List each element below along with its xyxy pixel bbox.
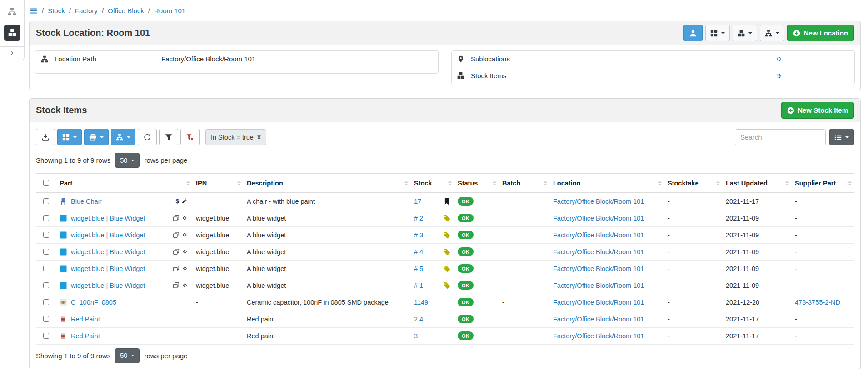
sidebar-locations-button[interactable]	[8, 4, 16, 21]
barcode-actions-button[interactable]	[57, 129, 82, 145]
filter-button[interactable]	[159, 129, 178, 145]
new-location-button[interactable]: New Location	[787, 25, 854, 41]
row-checkbox[interactable]	[43, 215, 49, 221]
stock-link[interactable]: # 3	[414, 231, 423, 239]
print-actions-button[interactable]	[84, 129, 109, 145]
breadcrumb-link[interactable]: Room 101	[154, 7, 185, 15]
breadcrumb-link[interactable]: Stock	[48, 7, 65, 15]
select-all-checkbox[interactable]	[43, 180, 49, 186]
menu-toggle-button[interactable]	[29, 7, 38, 14]
user-actions-button[interactable]	[683, 25, 703, 41]
column-header-ipn[interactable]: IPN	[192, 174, 243, 193]
part-link[interactable]: Blue Chair	[71, 198, 102, 205]
column-header-batch[interactable]: Batch	[499, 174, 549, 193]
export-button[interactable]	[36, 129, 55, 145]
location-link[interactable]: Factory/Office Block/Room 101	[553, 248, 644, 256]
location-cell: Factory/Office Block/Room 101	[549, 277, 664, 294]
location-link[interactable]: Factory/Office Block/Room 101	[553, 332, 644, 340]
sublocations-count: 0	[578, 55, 849, 63]
column-header-supplier-part[interactable]: Supplier Part	[791, 174, 854, 193]
location-link[interactable]: Factory/Office Block/Room 101	[553, 231, 644, 239]
breadcrumb-items: /Stock/Factory/Office Block/Room 101	[42, 7, 185, 15]
part-link[interactable]: widget.blue | Blue Widget	[71, 248, 145, 256]
table-row: widget.blue | Blue Widgetwidget.blueA bl…	[36, 243, 854, 260]
filter-icon	[165, 134, 172, 141]
column-header-stock[interactable]: Stock	[410, 174, 454, 193]
status-badge: OK	[458, 214, 474, 222]
new-stock-item-button[interactable]: New Stock Item	[781, 102, 854, 119]
part-link[interactable]: widget.blue | Blue Widget	[71, 231, 145, 239]
stock-link[interactable]: # 4	[414, 248, 423, 256]
breadcrumb-link[interactable]: Factory	[75, 7, 98, 15]
row-checkbox[interactable]	[43, 316, 49, 322]
stock-link[interactable]: # 5	[414, 265, 423, 272]
location-cell: Factory/Office Block/Room 101	[549, 193, 664, 210]
last-updated-cell: 2021-12-20	[722, 294, 791, 311]
refresh-button[interactable]	[138, 129, 157, 145]
wrench-icon	[182, 198, 188, 204]
stock-options-button[interactable]	[111, 129, 135, 145]
batch-cell	[499, 277, 549, 294]
location-link[interactable]: Factory/Office Block/Room 101	[553, 198, 644, 205]
location-link[interactable]: Factory/Office Block/Room 101	[553, 215, 644, 222]
location-link[interactable]: Factory/Office Block/Room 101	[553, 316, 644, 323]
stock-cell: 1149	[410, 294, 454, 311]
location-link[interactable]: Factory/Office Block/Room 101	[553, 282, 644, 289]
stock-link[interactable]: 3	[414, 332, 418, 340]
location-actions-button[interactable]	[760, 25, 784, 41]
column-header-part[interactable]: Part	[56, 174, 192, 193]
copy-icon	[173, 282, 179, 288]
location-link[interactable]: Factory/Office Block/Room 101	[553, 299, 644, 306]
sidebar-stock-button[interactable]	[4, 21, 20, 45]
column-header-status[interactable]: Status	[454, 174, 499, 193]
pagination-top: Showing 1 to 9 of 9 rows 50 rows per pag…	[30, 149, 860, 173]
breadcrumb-link[interactable]: Office Block	[108, 7, 144, 15]
description-cell: A blue widget	[243, 277, 410, 294]
row-checkbox[interactable]	[43, 299, 49, 305]
stock-link[interactable]: 2.4	[414, 316, 423, 323]
widget-thumbnail-icon	[60, 248, 67, 256]
row-checkbox[interactable]	[43, 232, 49, 238]
part-link[interactable]: widget.blue | Blue Widget	[71, 265, 145, 272]
filter-chip-remove-button[interactable]: x	[257, 134, 261, 140]
part-link[interactable]: widget.blue | Blue Widget	[71, 282, 145, 289]
column-header-description[interactable]: Description	[243, 174, 410, 193]
remove-filters-button[interactable]	[180, 129, 200, 145]
page-size-dropdown[interactable]: 50	[115, 348, 140, 363]
diamond-icon	[182, 249, 188, 255]
row-checkbox[interactable]	[43, 198, 49, 204]
row-checkbox[interactable]	[43, 249, 49, 255]
row-checkbox[interactable]	[43, 333, 49, 339]
table-row: C_100nF_0805-Ceramic capacitor, 100nF in…	[36, 294, 854, 311]
supplier-part-cell: -	[791, 243, 854, 260]
row-select-cell	[36, 210, 56, 226]
page-size-dropdown[interactable]: 50	[115, 153, 140, 168]
column-header-location[interactable]: Location	[549, 174, 664, 193]
column-header-last-updated[interactable]: Last Updated	[722, 174, 791, 193]
part-link[interactable]: Red Paint	[71, 332, 100, 340]
tag-icon	[443, 248, 450, 256]
sidebar-expand-button[interactable]	[0, 46, 24, 60]
search-input[interactable]	[735, 129, 826, 145]
table-view-toggle-button[interactable]	[829, 129, 854, 145]
location-link[interactable]: Factory/Office Block/Room 101	[553, 265, 644, 272]
row-checkbox[interactable]	[43, 282, 49, 288]
stock-link[interactable]: # 1	[414, 282, 423, 289]
stock-actions-button[interactable]	[733, 25, 757, 41]
column-header-stocktake[interactable]: Stocktake	[664, 174, 722, 193]
stock-link[interactable]: 17	[414, 198, 421, 205]
rows-per-page-text: rows per page	[144, 156, 187, 164]
stock-link[interactable]: 1149	[414, 299, 428, 306]
row-checkbox[interactable]	[43, 266, 49, 271]
caret-down-icon	[73, 136, 77, 138]
new-location-label: New Location	[803, 29, 848, 37]
showing-text: Showing 1 to 9 of 9 rows	[36, 352, 110, 360]
stock-link[interactable]: # 2	[414, 215, 423, 222]
part-link[interactable]: widget.blue | Blue Widget	[71, 215, 145, 222]
part-link[interactable]: Red Paint	[71, 316, 100, 323]
supplier-part-link[interactable]: 478-3755-2-ND	[795, 299, 840, 306]
part-link[interactable]: C_100nF_0805	[71, 299, 116, 306]
barcode-actions-button[interactable]	[705, 25, 730, 41]
printer-icon	[89, 134, 96, 141]
filter-chip: In Stock = true x	[205, 129, 266, 145]
